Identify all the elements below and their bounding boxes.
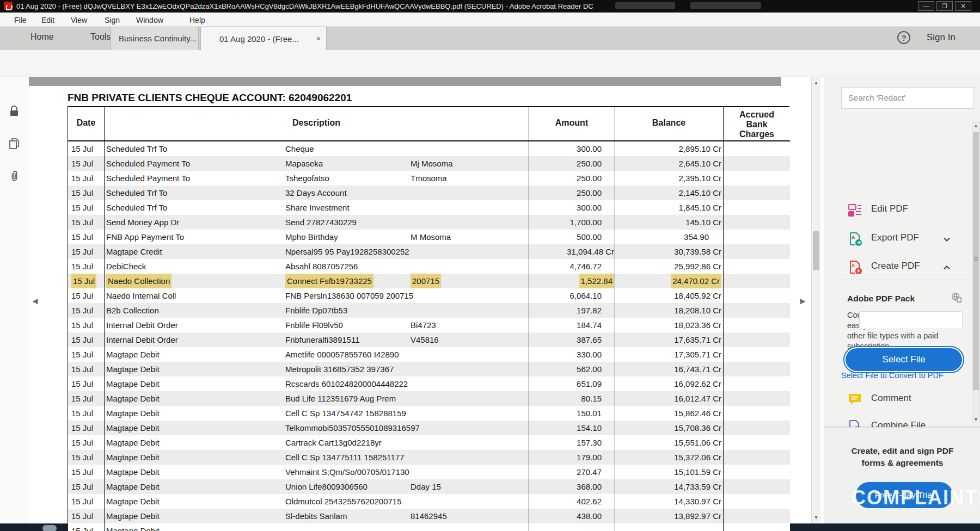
cell-description-detail: Ametlife 000057855760 I42890 — [285, 347, 399, 362]
main-toolbar: / 6 133% — [0, 50, 980, 77]
paperclip-icon[interactable] — [8, 170, 21, 183]
chevron-down-icon[interactable] — [943, 236, 951, 243]
cell-description: Scheduled Trf To — [106, 200, 167, 215]
tab-current-document[interactable]: 01 Aug 2020 - (Free... × — [200, 27, 327, 50]
cell-description: Magtape Debit — [106, 479, 160, 494]
cell-balance: 15,372.06 Cr — [674, 450, 721, 465]
close-button[interactable]: ✕ — [955, 1, 971, 11]
cell-description-reference: V45816 — [411, 332, 439, 347]
tab-home[interactable]: Home — [30, 32, 54, 42]
cell-description-detail: Fnblife Dp07tb53 — [285, 303, 347, 318]
cell-date: 15 Jul — [71, 200, 93, 215]
cell-balance: 18,208.10 Cr — [674, 303, 721, 318]
cell-amount: 500.00 — [577, 230, 614, 244]
menu-window[interactable]: Window — [133, 15, 167, 26]
cell-amount: 31,094.48 Cr — [567, 244, 614, 259]
cell-description: Magtape Debit — [106, 421, 160, 435]
scrollbar-thumb[interactable] — [813, 231, 819, 270]
svg-text:A: A — [852, 263, 855, 268]
panel-scroll-up-icon[interactable]: ▲ — [972, 123, 979, 128]
document-scrollbar[interactable]: ▲ ▼ — [811, 77, 820, 523]
taskbar-start-icon[interactable] — [42, 525, 57, 531]
panel-scroll-down-icon[interactable]: ▼ — [972, 417, 979, 422]
cell-balance: 15,708.36 Cr — [674, 421, 721, 435]
next-page-arrow[interactable]: ► — [798, 296, 807, 307]
scroll-down-icon[interactable]: ▼ — [813, 515, 819, 520]
table-row: 15 JulScheduled Payment ToMapasekaMj Mos… — [68, 156, 790, 171]
cell-balance: 24,470.02 Cr — [671, 274, 721, 288]
adobe-pdf-pack-title: Adobe PDF Pack — [847, 294, 915, 304]
cell-description-detail: Telkommobi50357055501089316597 — [285, 421, 420, 435]
cell-description-detail: Tshegofatso — [285, 171, 329, 186]
cell-description-detail: Vehmaint S;Qm/So/00705/017130 — [285, 465, 409, 479]
cell-amount: 1,522.84 — [579, 274, 614, 288]
cell-description-detail: Connect Fsfb19733225 — [285, 274, 373, 288]
pdf-page: FNB PRIVATE CLIENTS CHEQUE ACCOUNT: 6204… — [29, 86, 781, 531]
tool-comment[interactable]: Comment — [824, 388, 980, 410]
table-row: 15 JulMagtape DebitTelkommobi50357055501… — [68, 421, 790, 435]
sign-in-button[interactable]: Sign In — [927, 32, 955, 43]
cell-balance: 18,405.92 Cr — [674, 288, 721, 303]
menu-edit[interactable]: Edit — [38, 15, 58, 26]
cell-description-detail: Share Investment — [285, 200, 350, 215]
tab-business-continuity[interactable]: Business Continuity... — [111, 27, 199, 50]
cell-date: 15 Jul — [71, 259, 93, 274]
menu-file[interactable]: File — [11, 15, 30, 26]
search-input[interactable]: Search 'Redact' — [841, 87, 974, 109]
cell-balance: 15,862.46 Cr — [674, 406, 721, 421]
cell-date: 15 Jul — [71, 244, 93, 259]
cell-description-detail: Sl-debits Sanlam — [285, 509, 347, 523]
tool-edit-pdf[interactable]: Edit PDF — [824, 199, 980, 221]
convert-file-input[interactable] — [859, 311, 963, 329]
cell-description: Naedo Collection — [106, 274, 171, 288]
panel-scrollbar[interactable]: ▲ ▼ — [972, 121, 980, 423]
menu-sign[interactable]: Sign — [101, 15, 123, 26]
chevron-up-icon[interactable] — [943, 264, 951, 271]
cell-amount: 330.00 — [577, 347, 614, 362]
tool-export-pdf[interactable]: A Export PDF — [824, 228, 980, 250]
table-row: 15 JulInternal Debit OrderFnbfuneralfi38… — [68, 332, 790, 347]
menu-help[interactable]: Help — [186, 15, 209, 26]
cell-description: Magtape Debit — [106, 435, 160, 450]
cell-description: Magtape Debit — [106, 465, 160, 479]
cell-description-reference: 81462945 — [411, 509, 447, 523]
table-row: 15 JulScheduled Trf To32 Days Account250… — [68, 186, 790, 200]
acrobat-app-icon — [4, 2, 13, 10]
cell-description-detail: Send 27827430229 — [285, 215, 357, 230]
cell-date: 15 Jul — [71, 288, 93, 303]
lock-icon[interactable] — [8, 104, 21, 118]
tab-close-icon[interactable]: × — [316, 27, 321, 50]
header-amount: Amount — [529, 118, 615, 128]
cell-description: Magtape Debit — [106, 347, 160, 362]
tab-label: 01 Aug 2020 - (Free... — [219, 34, 299, 44]
cell-amount: 197.82 — [577, 303, 614, 318]
select-file-button[interactable]: Select File — [846, 348, 962, 371]
previous-page-arrow[interactable]: ◄ — [30, 296, 40, 307]
header-description: Description — [104, 118, 529, 128]
help-icon[interactable]: ? — [897, 31, 910, 44]
cell-description-detail: Absahl 8087057256 — [285, 259, 358, 274]
pages-icon[interactable] — [8, 137, 21, 150]
maximize-button[interactable]: ❐ — [936, 1, 953, 11]
cell-description-reference: Tmosoma — [411, 171, 447, 186]
cell-description-detail: Fnbfuneralfi3891511 — [285, 332, 360, 347]
table-row: 15 JulMagtape DebitOldmutcol 25432557620… — [68, 494, 790, 509]
minimize-button[interactable]: — — [918, 1, 934, 11]
cell-date: 15 Jul — [71, 421, 93, 435]
cell-amount: 250.00 — [577, 156, 614, 171]
panel-scrollbar-thumb[interactable] — [973, 132, 979, 390]
cell-amount: 250.00 — [577, 171, 614, 186]
cell-description-detail: Mapaseka — [285, 156, 323, 171]
tool-label: Edit PDF — [871, 203, 908, 214]
menu-view[interactable]: View — [68, 15, 90, 26]
tools-panel: Search 'Redact' Edit PDF A Export PDF A … — [824, 77, 980, 523]
table-row: 15 JulMagtape DebitAmetlife 000057855760… — [68, 347, 790, 362]
tab-tools[interactable]: Tools — [90, 32, 111, 42]
table-row: 15 JulMagtape DebitCell C Sp 134775111 1… — [68, 450, 790, 465]
scroll-up-icon[interactable]: ▲ — [813, 80, 819, 85]
cell-description-detail: 32 Days Account — [285, 186, 347, 200]
tool-label: Export PDF — [871, 232, 919, 243]
tool-create-pdf[interactable]: A Create PDF — [824, 256, 980, 278]
export-pdf-icon: A — [847, 231, 862, 246]
cell-balance: 30,739.58 Cr — [674, 244, 721, 259]
